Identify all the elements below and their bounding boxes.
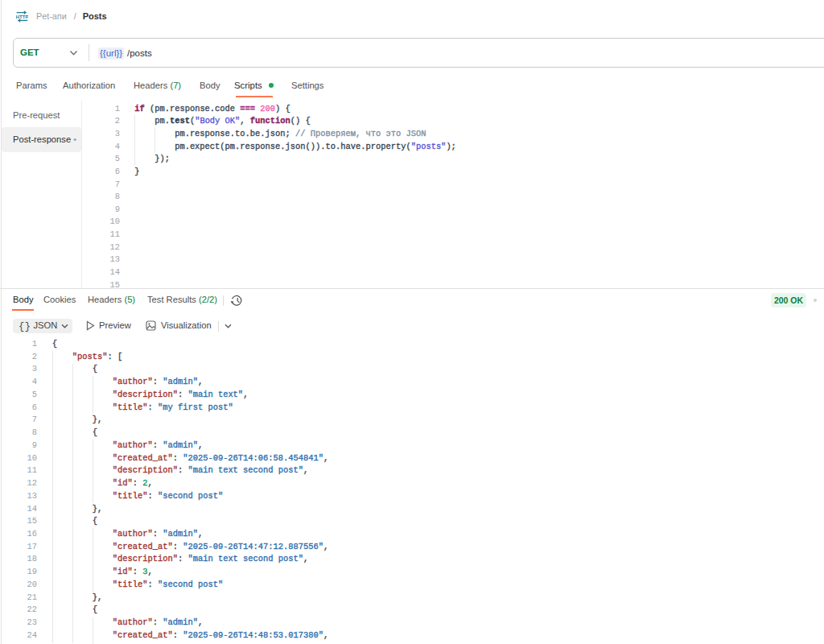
svg-text:HTTP: HTTP [16, 14, 28, 19]
